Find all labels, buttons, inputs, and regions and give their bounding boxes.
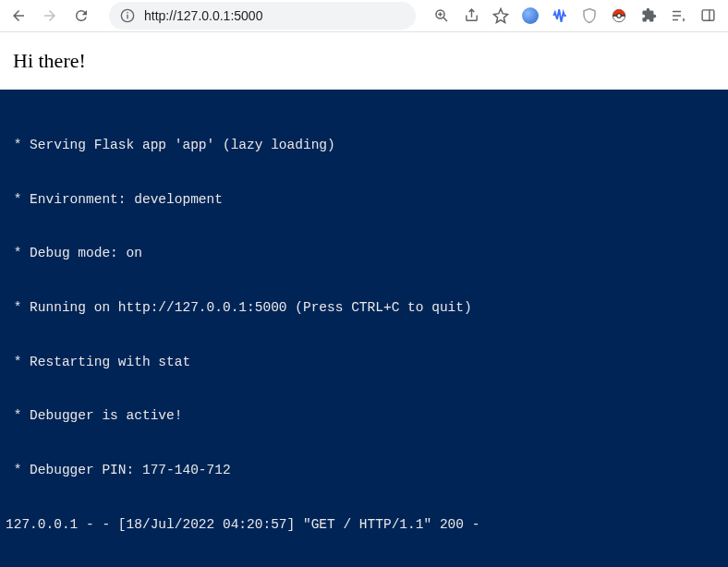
share-icon[interactable] [462,6,480,25]
browser-toolbar [0,0,728,32]
extension-blue-circle-icon[interactable] [521,6,540,25]
svg-point-9 [617,14,622,18]
reading-list-icon[interactable] [669,6,687,25]
arrow-left-icon [10,7,27,24]
address-bar[interactable] [109,2,416,30]
terminal-line: * Environment: development [6,191,722,210]
site-info-icon[interactable] [120,8,135,23]
terminal-line: * Serving Flask app 'app' (lazy loading) [6,137,722,155]
terminal-output: * Serving Flask app 'app' (lazy loading)… [0,90,728,567]
back-button[interactable] [7,5,30,27]
svg-rect-2 [127,12,127,13]
extension-shield-icon[interactable] [580,6,599,25]
forward-button[interactable] [39,5,61,27]
zoom-icon[interactable] [432,6,451,25]
extensions-puzzle-icon[interactable] [639,6,658,25]
terminal-line: * Running on http://127.0.0.1:5000 (Pres… [6,299,722,318]
extension-pokeball-icon[interactable] [610,6,628,25]
page-body-text: Hi there! [13,49,715,73]
terminal-line: 127.0.0.1 - - [18/Jul/2022 04:20:57] "GE… [6,516,722,535]
arrow-right-icon [42,7,58,24]
terminal-line: * Debugger is active! [6,407,722,426]
bookmark-star-icon[interactable] [491,6,510,25]
reload-button[interactable] [70,5,92,27]
svg-rect-10 [702,10,714,20]
svg-line-4 [443,18,447,21]
page-viewport: Hi there! [0,32,728,90]
terminal-line: * Restarting with stat [6,354,722,372]
terminal-line: * Debugger PIN: 177-140-712 [6,462,722,480]
reload-icon [73,7,90,24]
toolbar-right-icons [432,6,721,25]
side-panel-icon[interactable] [698,6,717,25]
svg-rect-1 [127,15,127,19]
url-input[interactable] [144,8,405,23]
terminal-line: * Debug mode: on [6,245,722,263]
extension-wave-icon[interactable] [551,6,569,25]
